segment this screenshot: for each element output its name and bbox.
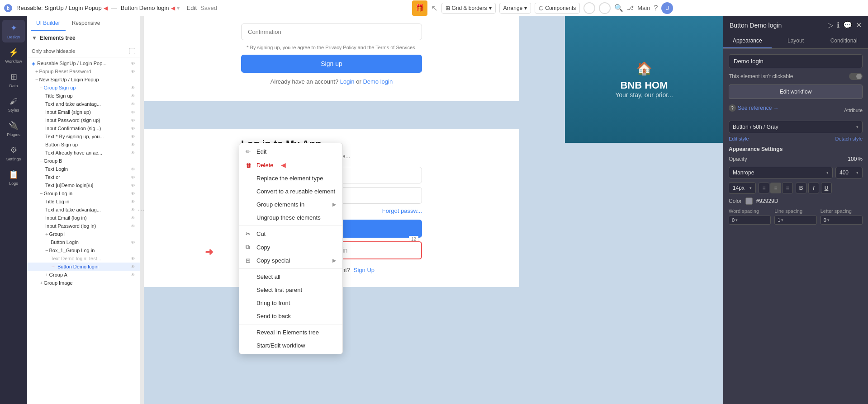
list-item[interactable]: Text Already have an ac... 👁 (27, 149, 140, 157)
list-item[interactable]: Text * By signing up, you... 👁 (27, 132, 140, 141)
ctx-group[interactable]: Group elements in ▶ (239, 198, 342, 211)
list-item[interactable]: Input Password (sign up) 👁 (27, 116, 140, 124)
tab-conditional[interactable]: Conditional (820, 34, 868, 48)
edit-label[interactable]: Edit (187, 5, 197, 11)
list-item[interactable]: Input Email (sign up) 👁 (27, 108, 140, 116)
list-item[interactable]: + Group I (27, 230, 140, 238)
search-icon[interactable]: 🔍 (614, 4, 623, 12)
panel-splitter[interactable]: ⋮ (140, 16, 144, 404)
align-left-button[interactable]: ≡ (759, 183, 769, 193)
list-item[interactable]: − Group B (27, 157, 140, 165)
tab-ui-builder[interactable]: UI Builder (31, 16, 66, 31)
arrange-button[interactable]: Arrange ▾ (499, 3, 531, 14)
ctx-send-back[interactable]: Send to back (239, 310, 342, 323)
ctx-replace[interactable]: Replace the element type (239, 172, 342, 185)
ctx-ungroup[interactable]: Ungroup these elements (239, 211, 342, 224)
line-spacing-value[interactable]: 1 ▾ (774, 216, 816, 225)
list-item[interactable]: Input Email (log in) 👁 (27, 214, 140, 222)
sidebar-item-workflow[interactable]: ⚡ Workflow (2, 44, 25, 67)
cursor-icon[interactable]: ↖ (431, 3, 438, 13)
sidebar-item-settings[interactable]: ⚙ Settings (2, 142, 25, 164)
word-spacing-value[interactable]: 0 ▾ (729, 216, 771, 225)
list-item[interactable]: Text [u]Demo login[/u] 👁 (27, 181, 140, 189)
list-item[interactable]: Button Sign up 👁 (27, 141, 140, 149)
font-size-select[interactable]: 14px ▾ (729, 182, 756, 194)
edit-workflow-button[interactable]: Edit workflow (729, 85, 863, 99)
ctx-select-all[interactable]: Select all (239, 270, 342, 283)
demo-login-link[interactable]: Demo login (363, 78, 393, 85)
font-weight-select[interactable]: 400 ▾ (835, 167, 863, 179)
detach-style-link[interactable]: Detach style (835, 136, 863, 141)
list-item[interactable]: Title Sign up 👁 (27, 92, 140, 100)
signup-button[interactable]: Sign up (241, 55, 422, 73)
ctx-edit[interactable]: ✏ Edit (239, 145, 342, 158)
ctx-copy-special[interactable]: ⊞ Copy special ▶ (239, 254, 342, 267)
sidebar-item-logs[interactable]: 📋 Logs (2, 166, 25, 189)
align-right-button[interactable]: ≡ (782, 183, 793, 193)
list-item[interactable]: ◈ Reusable SignUp / Login Pop... 👁 (27, 59, 140, 67)
list-item[interactable]: Text and take advantag... 👁 (27, 100, 140, 108)
close-icon[interactable]: ✕ (856, 21, 862, 29)
list-item[interactable]: Input Password (log in) 👁 (27, 222, 140, 230)
list-item[interactable]: Title Log in 👁 (27, 197, 140, 206)
see-reference-link[interactable]: ? See reference → (729, 104, 779, 112)
list-item[interactable]: + Group Image (27, 279, 140, 287)
gift-button[interactable]: 🎁 (412, 0, 427, 16)
grid-borders-button[interactable]: ⊞ Grid & borders ▾ (441, 3, 496, 14)
ctx-reveal[interactable]: Reveal in Elements tree (239, 326, 342, 339)
italic-button[interactable]: I (808, 183, 819, 193)
sidebar-item-plugins[interactable]: 🔌 Plugins (2, 117, 25, 140)
canvas-area[interactable]: 🏠 BNB HOM Your stay, our prior... * By s… (144, 16, 723, 404)
redo-circle[interactable] (599, 2, 611, 14)
ctx-delete[interactable]: 🗑 Delete ◀ (239, 158, 342, 172)
sidebar-item-data[interactable]: ⊞ Data (2, 69, 25, 91)
chat-icon[interactable]: 💬 (843, 21, 852, 29)
only-hideable-checkbox[interactable] (129, 48, 135, 54)
list-item[interactable]: Button Login 👁 (27, 238, 140, 246)
ctx-bring-front[interactable]: Bring to front (239, 296, 342, 310)
list-item[interactable]: − Group Sign up 👁 (27, 84, 140, 92)
list-item[interactable]: − Box_1_Group Log in (27, 246, 140, 254)
button-demo-login-tree-item[interactable]: → Button Demo login 👁 (27, 263, 140, 271)
list-item[interactable]: Input Confirmation (sig...) 👁 (27, 124, 140, 132)
not-clickable-toggle[interactable] (849, 73, 863, 80)
style-select[interactable]: Button / 50h / Gray ▾ (729, 121, 863, 133)
ctx-cut[interactable]: ✂ Cut (239, 227, 342, 240)
ctx-convert[interactable]: Convert to a reusable element (239, 185, 342, 198)
list-item[interactable]: − New SignUp / Login Popup (27, 75, 140, 84)
align-center-button[interactable]: ≡ (770, 183, 781, 193)
list-item[interactable]: Text Demo login: test... 👁 (27, 254, 140, 263)
login-link[interactable]: Login (340, 78, 355, 85)
list-item[interactable]: Text Login 👁 (27, 165, 140, 173)
sidebar-item-design[interactable]: ✦ Design (2, 20, 25, 42)
sign-up-link[interactable]: Sign Up (354, 267, 375, 273)
components-button[interactable]: ⬡ Components (535, 3, 580, 14)
tab-appearance[interactable]: Appearance (723, 34, 772, 48)
info-icon[interactable]: ℹ (837, 21, 840, 29)
list-item[interactable]: − Group Log in 👁 (27, 189, 140, 197)
sidebar-item-styles[interactable]: 🖌 Styles (2, 93, 25, 116)
letter-spacing-value[interactable]: 0 ▾ (821, 216, 863, 225)
edit-style-link[interactable]: Edit style (729, 136, 749, 141)
confirmation-input[interactable] (241, 23, 422, 40)
element-name-input[interactable] (729, 54, 863, 68)
font-family-select[interactable]: Manrope ▾ (729, 167, 833, 179)
ctx-select-parent[interactable]: Select first parent (239, 283, 342, 296)
ctx-workflow[interactable]: Start/Edit workflow (239, 339, 342, 352)
button-demo-name[interactable]: Button Demo login ◀ ▾ (121, 5, 180, 11)
forgot-password-link[interactable]: Forgot passw... (382, 207, 422, 214)
list-item[interactable]: Text or 👁 (27, 173, 140, 181)
bold-button[interactable]: B (796, 183, 806, 193)
list-item[interactable]: + Popup Reset Password 👁 (27, 67, 140, 75)
list-item[interactable]: Text and take advantag... 👁 (27, 206, 140, 214)
underline-button[interactable]: U (821, 183, 832, 193)
list-item[interactable]: + Group A 👁 (27, 271, 140, 279)
color-swatch[interactable] (745, 197, 753, 205)
app-name[interactable]: Reusable: SignUp / Login Popup ◀ (16, 5, 108, 11)
question-icon[interactable]: ? (654, 4, 658, 12)
undo-circle[interactable] (583, 2, 595, 14)
play-icon[interactable]: ▷ (828, 21, 833, 29)
tab-responsive[interactable]: Responsive (66, 16, 106, 31)
tab-layout[interactable]: Layout (772, 34, 820, 48)
avatar[interactable]: U (661, 2, 673, 14)
